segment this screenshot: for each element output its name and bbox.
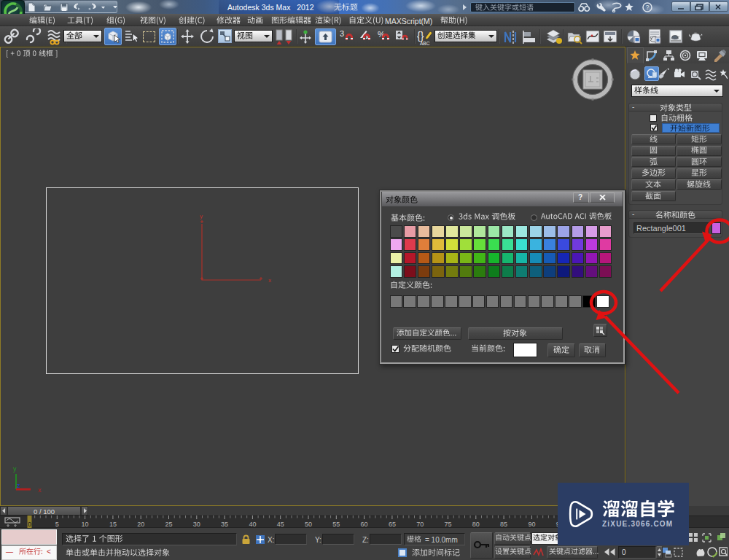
svg-text:50: 50 <box>305 521 312 528</box>
svg-text:20: 20 <box>137 521 144 528</box>
svg-text:55: 55 <box>332 521 340 528</box>
svg-text:90: 90 <box>528 521 535 528</box>
svg-text:y: y <box>13 465 17 472</box>
svg-text:ABC: ABC <box>420 41 430 46</box>
svg-text:45: 45 <box>277 521 284 528</box>
svg-text:x: x <box>38 486 42 494</box>
svg-text:75: 75 <box>444 521 451 528</box>
svg-text:70: 70 <box>416 521 424 528</box>
svg-text:y: y <box>200 213 203 219</box>
svg-text:25: 25 <box>165 521 172 528</box>
svg-text:85: 85 <box>500 521 507 528</box>
svg-text:60: 60 <box>361 521 368 528</box>
svg-text:35: 35 <box>221 521 228 528</box>
svg-text:3: 3 <box>340 29 344 38</box>
svg-text:{}: {} <box>417 30 424 42</box>
svg-text:30: 30 <box>193 521 200 528</box>
svg-text:80: 80 <box>472 521 480 528</box>
svg-text:x: x <box>268 277 271 284</box>
svg-text:65: 65 <box>389 521 396 528</box>
svg-text:z: z <box>17 482 20 489</box>
svg-text:5: 5 <box>55 521 59 528</box>
svg-text:0: 0 <box>28 521 31 528</box>
svg-text:10: 10 <box>82 521 89 528</box>
svg-text:?: ? <box>645 4 649 11</box>
svg-text:15: 15 <box>109 521 117 528</box>
svg-text:40: 40 <box>249 521 256 528</box>
